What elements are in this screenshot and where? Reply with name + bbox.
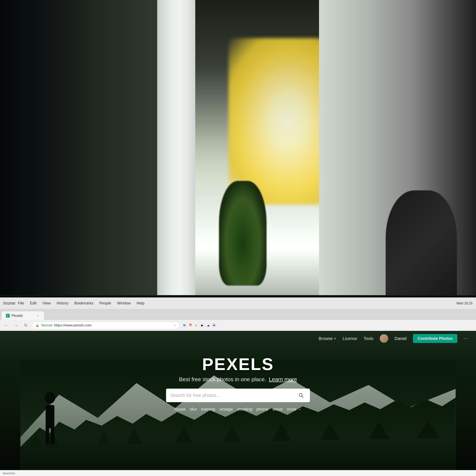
ext-icon-6[interactable]: M: [212, 323, 217, 328]
tab-close-button[interactable]: ×: [36, 314, 40, 317]
browser-window: hrome File Edit View History Bookmarks P…: [0, 297, 476, 476]
hero-subtitle: Best free stock photos in one place. Lea…: [179, 376, 297, 383]
more-tags-link[interactable]: more →: [287, 407, 302, 412]
nav-tools-link[interactable]: Tools: [364, 336, 374, 341]
back-button[interactable]: ←: [2, 322, 10, 329]
tab-favicon: P: [6, 314, 10, 318]
ext-icon-5[interactable]: ☁: [206, 323, 211, 328]
system-time: Wed 16:15: [456, 302, 473, 305]
avatar-image: [380, 334, 388, 343]
menu-help[interactable]: Help: [137, 301, 144, 306]
svg-rect-16: [46, 427, 49, 444]
tag-house[interactable]: house: [174, 407, 186, 412]
secure-icon: 🔒: [35, 323, 39, 327]
tag-blur[interactable]: blur: [190, 407, 197, 412]
url-bar[interactable]: 🔒 Secure https://www.pexels.com ☆: [32, 322, 180, 329]
search-placeholder-text: Search for free photos...: [170, 393, 294, 398]
app-name: hrome: [3, 301, 16, 306]
menu-edit[interactable]: Edit: [30, 301, 37, 306]
menu-people[interactable]: People: [100, 301, 111, 306]
addressbar: ← → ↻ 🔒 Secure https://www.pexels.com ☆ …: [0, 320, 476, 331]
bookmark-star-icon[interactable]: ☆: [173, 323, 176, 327]
user-avatar[interactable]: [380, 334, 388, 343]
plant: [219, 181, 267, 286]
dark-left-area: [0, 0, 157, 314]
tag-training[interactable]: training: [201, 407, 215, 412]
browse-dropdown-icon: ▼: [334, 337, 336, 340]
tab-title: Pexels: [11, 314, 23, 318]
search-tags: house blur training vintage meeting phon…: [174, 407, 302, 412]
refresh-button[interactable]: ↻: [22, 322, 30, 329]
ext-icon-2[interactable]: 📅: [188, 323, 193, 328]
svg-line-19: [302, 396, 303, 397]
nav-license-link[interactable]: License: [343, 336, 357, 341]
status-bar: Searches: [0, 470, 476, 476]
menu-bar: File Edit View History Bookmarks People …: [18, 301, 144, 306]
tag-phone[interactable]: phone: [256, 407, 268, 412]
menu-history[interactable]: History: [56, 301, 68, 306]
forward-button[interactable]: →: [12, 322, 20, 329]
ext-icon-1[interactable]: M: [182, 323, 187, 328]
chair: [386, 190, 457, 309]
ext-icon-4[interactable]: ▶: [200, 323, 205, 328]
url-text[interactable]: https://www.pexels.com: [54, 323, 92, 327]
titlebar: hrome File Edit View History Bookmarks P…: [0, 297, 476, 309]
tag-vintage[interactable]: vintage: [219, 407, 233, 412]
search-icon: [299, 393, 304, 398]
svg-rect-17: [51, 427, 54, 444]
titlebar-right: Wed 16:15: [456, 302, 473, 305]
secure-label: Secure: [41, 323, 52, 327]
ext-icon-3[interactable]: ✓: [194, 323, 199, 328]
office-column: [157, 0, 195, 314]
menu-view[interactable]: View: [43, 301, 51, 306]
nav-browse-link[interactable]: Browse ▼: [319, 336, 336, 341]
svg-point-18: [299, 394, 302, 397]
search-button[interactable]: [296, 391, 306, 400]
tag-meeting[interactable]: meeting: [237, 407, 252, 412]
menu-file[interactable]: File: [18, 301, 24, 306]
learn-more-link[interactable]: Learn more: [269, 376, 297, 382]
active-tab[interactable]: P Pexels ×: [2, 311, 44, 320]
menu-bookmarks[interactable]: Bookmarks: [74, 301, 93, 306]
status-text: Searches: [2, 472, 15, 475]
pexels-website: Browse ▼ License Tools Daniel Contribute…: [0, 331, 476, 476]
hero-section: PEXELS Best free stock photos in one pla…: [0, 346, 476, 416]
menu-window[interactable]: Window: [117, 301, 131, 306]
extension-icons: M 📅 ✓ ▶ ☁ M: [182, 323, 217, 328]
search-bar[interactable]: Search for free photos...: [166, 389, 310, 402]
tag-wood[interactable]: wood: [272, 407, 283, 412]
hero-title: PEXELS: [202, 355, 274, 374]
user-name-label[interactable]: Daniel: [394, 336, 407, 341]
tabbar: P Pexels ×: [0, 309, 476, 320]
contribute-photos-button[interactable]: Contribute Photos: [413, 334, 457, 343]
more-options-button[interactable]: ···: [464, 336, 468, 341]
pexels-navbar: Browse ▼ License Tools Daniel Contribute…: [0, 331, 476, 346]
